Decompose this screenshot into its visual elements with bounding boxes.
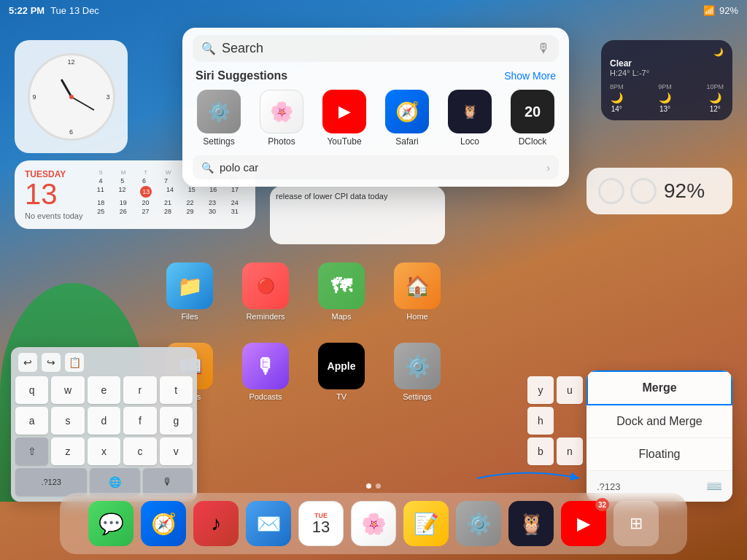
dock-photos[interactable]: 🌸 xyxy=(351,501,396,546)
siri-app-dclock[interactable]: 20 DClock xyxy=(511,90,554,147)
weather-hour-3-temp: 12° xyxy=(710,105,721,113)
kb-key-r[interactable]: r xyxy=(123,376,156,404)
calendar-events: No events today xyxy=(25,211,83,220)
page-dot-2 xyxy=(376,483,381,489)
siri-app-youtube-label: YouTube xyxy=(327,136,361,147)
apps-row-1: 📁 Files 🔴 Reminders 🗺 Maps 🏠 Home xyxy=(160,262,446,321)
kb-key-e[interactable]: e xyxy=(88,376,120,404)
app-home[interactable]: 🏠 Home xyxy=(388,262,446,321)
show-more-button[interactable]: Show More xyxy=(504,70,556,82)
dock-loco[interactable]: 🦉 xyxy=(508,501,554,546)
status-date: Tue 13 Dec xyxy=(50,5,99,16)
dock-music[interactable]: ♪ xyxy=(193,501,239,546)
siri-suggestions-label: Siri Suggestions xyxy=(196,69,287,82)
battery-percentage: 92% xyxy=(664,179,705,203)
kb-key-g[interactable]: g xyxy=(160,407,193,435)
kb-key-z[interactable]: z xyxy=(51,438,84,465)
query-text: polo car xyxy=(220,161,541,174)
app-reminders[interactable]: 🔴 Reminders xyxy=(236,262,295,321)
dock-calendar[interactable]: TUE 13 xyxy=(298,501,344,546)
page-dots xyxy=(366,483,381,489)
kb-key-t[interactable]: t xyxy=(160,376,193,404)
mic-icon[interactable]: 🎙 xyxy=(537,41,550,56)
kb-key-a[interactable]: a xyxy=(15,407,48,435)
siri-app-settings[interactable]: ⚙️ Settings xyxy=(197,90,241,147)
dock-mail[interactable]: ✉️ xyxy=(246,501,291,546)
kb-undo-btn[interactable]: ↩ xyxy=(18,353,37,372)
kb-key-c[interactable]: c xyxy=(123,438,156,465)
calendar-week2: 11121314151617 xyxy=(90,186,245,198)
kb-key-y-partial[interactable]: y xyxy=(527,376,554,404)
kb-mic-key[interactable]: 🎙 xyxy=(143,468,193,496)
weather-hour-1-time: 8PM xyxy=(610,83,624,90)
keyboard[interactable]: ↩ ↪ 📋 q w e r t a s d f g ⇧ z x c v .?12… xyxy=(11,347,197,502)
app-files[interactable]: 📁 Files xyxy=(160,262,219,321)
dock-notes[interactable]: 📝 xyxy=(403,501,449,546)
wifi-icon: 📶 xyxy=(703,5,715,16)
kb-key-b-partial[interactable]: b xyxy=(527,438,554,465)
calendar-week4: 25262728293031 xyxy=(90,208,245,215)
status-time: 5:22 PM xyxy=(9,5,44,16)
battery-widget: 92% xyxy=(587,168,732,214)
keyboard-bottom-row: .?123 🌐 🎙 xyxy=(15,468,193,496)
keyboard-toolbar: ↩ ↪ 📋 xyxy=(15,353,193,372)
kb-key-s[interactable]: s xyxy=(51,407,84,435)
kb-key-v[interactable]: v xyxy=(160,438,193,465)
weather-hour-3-icon: 🌙 xyxy=(709,92,721,104)
siri-apps-row: ⚙️ Settings 🌸 Photos ▶ YouTube 🧭 Safari … xyxy=(193,90,559,147)
weather-condition: Clear xyxy=(610,58,724,69)
battery-circle-2 xyxy=(630,178,657,204)
kb-option-floating[interactable]: Floating xyxy=(587,438,732,471)
keyboard-row-2: a s d f g xyxy=(15,407,193,435)
kb-key-q[interactable]: q xyxy=(15,376,48,404)
siri-app-photos[interactable]: 🌸 Photos xyxy=(260,90,303,147)
apps-row-2: 📖 Books 🎙 Podcasts Apple TV ⚙️ Settings xyxy=(160,343,446,401)
siri-app-loco[interactable]: 🦉 Loco xyxy=(448,90,492,147)
kb-key-w[interactable]: w xyxy=(51,376,84,404)
search-input-display[interactable]: Search xyxy=(222,41,531,56)
kb-globe-key[interactable]: 🌐 xyxy=(90,468,139,496)
calendar-day-num: 13 xyxy=(25,179,83,209)
app-settings[interactable]: ⚙️ Settings xyxy=(388,343,446,401)
page-dot-1 xyxy=(366,483,371,489)
app-podcasts[interactable]: 🎙 Podcasts xyxy=(236,343,295,401)
news-headline: release of lower CPI data today xyxy=(270,186,445,206)
siri-app-safari[interactable]: 🧭 Safari xyxy=(385,90,429,147)
weather-temp: H:24° L:-7° xyxy=(610,69,724,77)
dock-settings[interactable]: ⚙️ xyxy=(456,501,501,546)
kb-option-keyboard-icon[interactable]: ⌨️ xyxy=(706,478,722,494)
keyboard-row-3: ⇧ z x c v xyxy=(15,438,193,465)
app-maps[interactable]: 🗺 Maps xyxy=(312,262,371,321)
siri-app-youtube[interactable]: ▶ YouTube xyxy=(322,90,366,147)
weather-widget: 🌙 Clear H:24° L:-7° 8PM 🌙 14° 9PM 🌙 13° … xyxy=(601,40,732,120)
dock-apps[interactable]: ⊞ xyxy=(614,501,659,546)
weather-timeline: 8PM 🌙 14° 9PM 🌙 13° 10PM 🌙 12° xyxy=(610,83,724,113)
dock-youtube[interactable]: ▶ 32 xyxy=(561,501,606,546)
search-bar[interactable]: 🔍 Search 🎙 xyxy=(193,35,559,62)
kb-paste-btn[interactable]: 📋 xyxy=(65,353,84,372)
weather-hour-3-time: 10PM xyxy=(706,83,724,90)
kb-key-x[interactable]: x xyxy=(88,438,120,465)
dock-safari[interactable]: 🧭 xyxy=(141,501,186,546)
keyboard-partial-right: y u h b n xyxy=(527,376,583,465)
keyboard-row-1: q w e r t xyxy=(15,376,193,404)
weather-hour-2-icon: 🌙 xyxy=(659,92,671,104)
kb-key-u-partial[interactable]: u xyxy=(557,376,583,404)
kb-option-merge[interactable]: Merge xyxy=(587,370,732,405)
status-bar: 5:22 PM Tue 13 Dec 📶 92% xyxy=(0,0,747,20)
keyboard-options-popup: Merge Dock and Merge Floating .?123 ⌨️ xyxy=(587,370,732,502)
keyboard-arrow xyxy=(470,464,587,486)
app-tv[interactable]: Apple TV xyxy=(312,343,371,401)
kb-key-h-partial[interactable]: h xyxy=(527,407,554,435)
dock-messages[interactable]: 💬 xyxy=(88,501,133,546)
kb-redo-btn[interactable]: ↪ xyxy=(42,353,61,372)
kb-key-d[interactable]: d xyxy=(88,407,120,435)
kb-option-123-label: .?123 xyxy=(597,481,621,492)
kb-shift-key[interactable]: ⇧ xyxy=(15,438,48,465)
kb-key-f[interactable]: f xyxy=(123,407,156,435)
kb-option-dock-merge[interactable]: Dock and Merge xyxy=(587,405,732,438)
kb-key-n-partial[interactable]: n xyxy=(557,438,583,465)
search-query-row[interactable]: 🔍 polo car › xyxy=(193,155,559,179)
kb-123-key[interactable]: .?123 xyxy=(15,468,87,496)
dock: 💬 🧭 ♪ ✉️ TUE 13 🌸 📝 ⚙️ 🦉 ▶ 32 ⊞ xyxy=(60,493,687,554)
